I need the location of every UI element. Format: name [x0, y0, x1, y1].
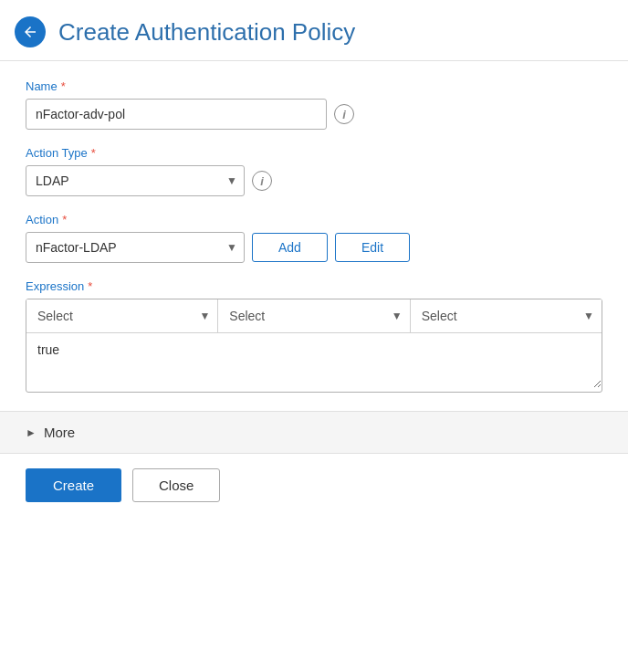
- edit-button[interactable]: Edit: [335, 233, 410, 262]
- expression-box: ▼ Select ▼ Select ▼ Select: [26, 299, 602, 393]
- more-section[interactable]: ► More: [0, 411, 628, 453]
- action-field-group: Action* nFactor-LDAP ▼ Add Edit: [26, 213, 602, 263]
- back-button[interactable]: [15, 16, 46, 47]
- more-label: More: [44, 425, 75, 440]
- action-type-select-wrapper: LDAP RADIUS CERT NEGOTIATE SAML OAUTH ▼: [26, 165, 245, 196]
- expression-selects-row: ▼ Select ▼ Select ▼ Select: [26, 299, 602, 333]
- create-button[interactable]: Create: [26, 468, 121, 502]
- action-type-input-row: LDAP RADIUS CERT NEGOTIATE SAML OAUTH ▼ …: [26, 165, 602, 196]
- form-body: Name* i Action Type* LDAP RADIUS CERT NE…: [0, 61, 628, 411]
- more-chevron-icon: ►: [26, 426, 37, 439]
- name-input-row: i: [26, 99, 602, 130]
- action-type-field-group: Action Type* LDAP RADIUS CERT NEGOTIATE …: [26, 146, 602, 196]
- name-input[interactable]: [26, 99, 327, 130]
- expr-select1[interactable]: [26, 299, 217, 332]
- page-header: Create Authentication Policy: [0, 0, 628, 61]
- expression-label: Expression *: [26, 279, 602, 293]
- action-type-info-icon[interactable]: i: [252, 171, 272, 191]
- name-field-group: Name* i: [26, 79, 602, 130]
- expr-select1-wrapper: ▼ Select: [26, 299, 218, 332]
- expr-select3[interactable]: [411, 299, 602, 332]
- expr-select3-wrapper: ▼ Select: [411, 299, 602, 332]
- action-type-label: Action Type*: [26, 146, 602, 160]
- name-label: Name*: [26, 79, 602, 93]
- footer: Create Close: [0, 453, 628, 517]
- expr-select2[interactable]: [218, 299, 409, 332]
- action-label: Action*: [26, 213, 602, 226]
- name-info-icon[interactable]: i: [334, 104, 354, 124]
- action-select-wrapper: nFactor-LDAP ▼: [26, 232, 245, 263]
- expression-section: Expression * ▼ Select ▼ Select: [26, 279, 602, 393]
- action-type-select[interactable]: LDAP RADIUS CERT NEGOTIATE SAML OAUTH: [26, 165, 245, 196]
- add-button[interactable]: Add: [252, 233, 328, 262]
- expression-textarea[interactable]: true: [26, 333, 602, 388]
- page-title: Create Authentication Policy: [58, 18, 355, 47]
- close-button[interactable]: Close: [132, 468, 220, 502]
- expr-select2-wrapper: ▼ Select: [218, 299, 410, 332]
- action-select[interactable]: nFactor-LDAP: [26, 232, 245, 263]
- action-input-row: nFactor-LDAP ▼ Add Edit: [26, 232, 602, 263]
